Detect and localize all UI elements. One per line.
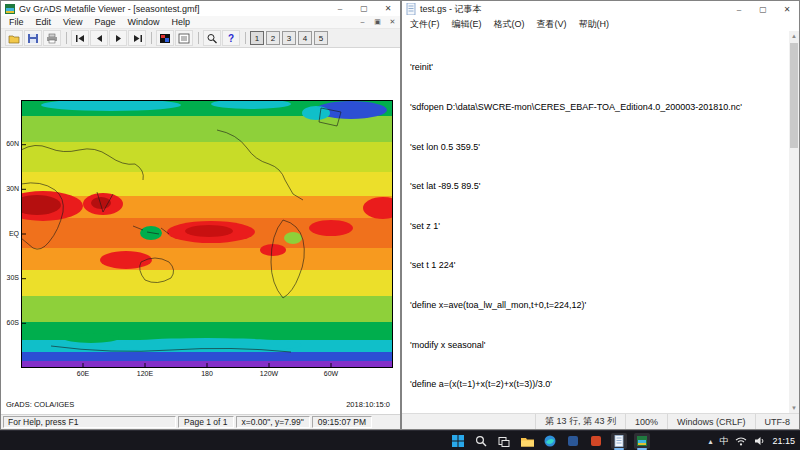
menu-edit[interactable]: Edit [30,17,58,27]
toolbar-separator [151,32,152,44]
scroll-down-icon[interactable]: ▼ [789,403,799,413]
notepad-app-icon [406,3,416,15]
olr-shaded-map [21,100,393,368]
search-button[interactable] [473,433,489,449]
page-button-2[interactable]: 2 [266,31,280,45]
notepad-titlebar[interactable]: test.gs - 记事本 – ▢ ✕ [402,1,799,17]
status-coordinates: x=0.00", y=7.99" [236,416,310,428]
toolbar-separator [198,32,199,44]
notepad-statusbar: 第 13 行, 第 43 列 100% Windows (CRLF) UTF-8 [402,413,799,429]
vertical-scrollbar[interactable]: ▲ ▼ [789,31,799,413]
status-clock: 09:15:07 PM [312,416,372,428]
menu-format-cn[interactable]: 格式(O) [488,18,531,31]
ime-indicator[interactable]: 中 [719,435,728,448]
menu-help-cn[interactable]: 帮助(H) [573,18,616,31]
system-tray: ▴ 中 21:15 [708,431,795,450]
code-line: 'set lon 0.5 359.5' [410,141,789,154]
file-explorer-button[interactable] [519,433,535,449]
color-mode-button[interactable] [156,30,174,46]
open-button[interactable] [5,30,23,46]
print-button[interactable] [43,30,61,46]
volume-icon[interactable] [754,436,765,446]
taskbar-clock[interactable]: 21:15 [772,436,795,446]
save-button[interactable] [24,30,42,46]
magnifier-icon [206,33,218,44]
menu-edit-cn[interactable]: 编辑(E) [446,18,488,31]
scrollbar-thumb[interactable] [790,43,798,148]
menu-file[interactable]: File [3,17,30,27]
viewer-statusbar: For Help, press F1 Page 1 of 1 x=0.00", … [1,414,400,429]
status-cursor-position: 第 13 行, 第 43 列 [535,414,625,429]
mdi-close-button[interactable]: ✕ [385,18,400,26]
file-explorer-icon [521,436,534,447]
code-line: 'sdfopen D:\data\SWCRE-mon\CERES_EBAF-TO… [410,101,789,114]
menu-view-cn[interactable]: 查看(V) [531,18,573,31]
toolbar-separator [245,32,246,44]
first-page-button[interactable] [71,30,89,46]
next-page-icon [114,34,123,43]
printer-icon [46,33,58,44]
page-button-3[interactable]: 3 [282,31,296,45]
grads-viewer-window: Gv GrADS Metafile Viewer - [seasontest.g… [0,0,401,430]
edge-browser-button[interactable] [542,433,558,449]
app-blue-button[interactable] [565,433,581,449]
viewer-maximize-button[interactable]: ▢ [352,1,376,16]
start-button[interactable] [450,433,466,449]
edge-icon [544,435,556,447]
lat-label-60n: 60N [2,140,19,148]
wifi-icon[interactable] [735,436,747,446]
resize-grip [374,416,400,428]
task-view-button[interactable] [496,433,512,449]
mdi-restore-button[interactable]: ▣ [370,18,385,26]
notepad-minimize-button[interactable]: – [727,1,751,17]
lon-label-60e: 60E [77,370,89,377]
desktop: Gv GrADS Metafile Viewer - [seasontest.g… [0,0,800,450]
previous-page-button[interactable] [90,30,108,46]
hidden-icons-chevron[interactable]: ▴ [708,437,712,446]
notepad-content: 'reinit' 'sdfopen D:\data\SWCRE-mon\CERE… [402,31,799,413]
lon-label-120e: 120E [137,370,153,377]
grads-viewer-taskbar-button[interactable] [634,433,650,449]
notepad-maximize-button[interactable]: ▢ [751,1,775,17]
zoom-button[interactable] [203,30,221,46]
mono-mode-button[interactable] [175,30,193,46]
viewer-close-button[interactable]: ✕ [376,1,400,16]
app-red-button[interactable] [588,433,604,449]
menu-file-cn[interactable]: 文件(F) [404,18,446,31]
menu-view[interactable]: View [57,17,88,27]
notepad-menubar: 文件(F) 编辑(E) 格式(O) 查看(V) 帮助(H) [402,17,799,31]
viewer-titlebar[interactable]: Gv GrADS Metafile Viewer - [seasontest.g… [1,1,400,16]
help-button[interactable]: ? [222,30,240,46]
menu-window[interactable]: Window [121,17,165,27]
lat-label-60s: 60S [2,319,19,327]
last-page-icon [132,34,143,43]
notepad-close-button[interactable]: ✕ [775,1,799,17]
toolbar-separator [66,32,67,44]
viewer-minimize-button[interactable]: – [328,1,352,16]
scroll-up-icon[interactable]: ▲ [789,31,799,41]
grads-viewer-icon [636,435,648,447]
page-button-5[interactable]: 5 [314,31,328,45]
menu-help[interactable]: Help [165,17,196,27]
notepad-window: test.gs - 记事本 – ▢ ✕ 文件(F) 编辑(E) 格式(O) 查看… [401,0,800,430]
notepad-text-area[interactable]: 'reinit' 'sdfopen D:\data\SWCRE-mon\CERE… [402,31,789,413]
mono-mode-icon [178,33,190,44]
last-page-button[interactable] [128,30,146,46]
page-button-1[interactable]: 1 [250,31,264,45]
taskbar-icon-group [450,431,650,450]
grads-app-icon [5,4,15,14]
lat-label-30s: 30S [2,274,19,282]
page-button-4[interactable]: 4 [298,31,312,45]
notepad-taskbar-button[interactable] [611,433,627,449]
next-page-button[interactable] [109,30,127,46]
grads-attribution: GrADS: COLA/IGES [6,400,74,409]
code-line: 'define x=ave(toa_lw_all_mon,t+0,t=224,1… [410,299,789,312]
status-help-text: For Help, press F1 [3,416,176,428]
code-line: 'set t 1 224' [410,259,789,272]
lon-label-120w: 120W [260,370,278,377]
menu-page[interactable]: Page [88,17,121,27]
mdi-minimize-button[interactable]: – [355,18,370,26]
code-line: 'set lat -89.5 89.5' [410,180,789,193]
search-icon [475,435,487,447]
mdi-child-controls: – ▣ ✕ [355,18,400,26]
